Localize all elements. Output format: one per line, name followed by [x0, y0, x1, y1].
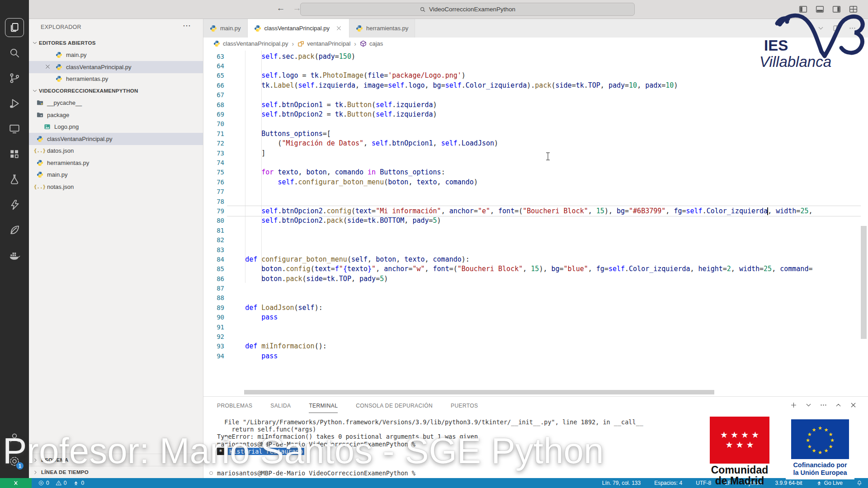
file-label: Logo.png	[54, 123, 79, 130]
svg-text:★: ★	[807, 432, 812, 437]
editor-code-area[interactable]: 63 self.sec.pack(pady=150)6465 self.logo…	[203, 50, 868, 396]
chevron-down-icon[interactable]	[805, 401, 812, 409]
explorer-item[interactable]: classVentanaPrincipal.py	[29, 61, 203, 73]
status-warning[interactable]: 0	[56, 480, 67, 486]
command-center-search[interactable]: VideoCorreccionExamenPython	[300, 3, 635, 16]
file-type-icon	[55, 75, 62, 83]
text-cursor	[767, 207, 768, 215]
search-icon[interactable]	[9, 47, 20, 59]
line-number: 88	[203, 294, 224, 301]
horizontal-scrollbar[interactable]	[244, 390, 714, 394]
line-number: 67	[203, 91, 224, 99]
line-number: 85	[203, 265, 224, 272]
comunidad-madrid-logo: ★★★★★★★ Comunidad de Madrid	[708, 417, 772, 486]
code-text: ]	[224, 149, 265, 157]
python-file-icon	[210, 25, 217, 32]
explorer-item[interactable]: main.py	[29, 169, 203, 181]
explorer-item[interactable]: __pycache__	[29, 97, 203, 109]
docker-icon[interactable]	[9, 249, 20, 261]
explorer-item[interactable]: herramientas.py	[29, 157, 203, 169]
code-line: 76 self.configurar_boton_menu(boton, tex…	[203, 177, 868, 187]
vertical-scrollbar[interactable]	[861, 226, 867, 339]
testing-icon[interactable]	[9, 174, 20, 185]
tab-label: main.py	[220, 25, 241, 32]
chevron-up-icon[interactable]	[835, 401, 842, 409]
explorer-item[interactable]: {..}datos.json	[29, 145, 203, 157]
status-tower[interactable]: 0	[73, 480, 84, 486]
panel-tab-consola-de-depuración[interactable]: CONSOLA DE DEPURACIÓN	[356, 398, 433, 413]
explorer-item[interactable]: Logo.png	[29, 121, 203, 133]
status-count: 0	[81, 480, 84, 486]
file-type-icon	[36, 99, 43, 107]
line-number: 91	[203, 324, 224, 331]
chevron-down-icon	[32, 88, 39, 94]
explorer-section-header[interactable]: VIDEOCORRECCIONEXAMENPYTHON	[29, 85, 203, 97]
explorer-sidebar: EXPLORADOR ⋯ EDITORES ABIERTOSmain.pycla…	[29, 19, 203, 478]
code-line: 83	[203, 245, 868, 254]
madrid-logo-text2: de Madrid	[708, 475, 772, 486]
code-line: 75 for texto, boton, comando in Buttons_…	[203, 168, 868, 177]
explorer-item[interactable]: {..}notas.json	[29, 181, 203, 193]
line-number: 90	[203, 314, 224, 321]
status-label: Lín. 79, col. 133	[602, 480, 641, 486]
thunder-icon[interactable]	[9, 199, 20, 211]
back-arrow-icon[interactable]: ←	[275, 3, 287, 13]
code-text: self.sec.pack(pady=150)	[224, 52, 355, 61]
explorer-item[interactable]: herramientas.py	[29, 73, 203, 85]
line-number: 74	[203, 159, 224, 166]
files-icon[interactable]	[9, 22, 20, 33]
activity-bar: 1	[0, 0, 29, 478]
line-number: 86	[203, 275, 224, 282]
run-debug-icon[interactable]	[9, 98, 20, 109]
close-icon[interactable]	[335, 25, 343, 32]
code-text: self.configurar_boton_menu(boton, texto,…	[224, 178, 478, 186]
breadcrumb-item[interactable]: ventanaPrincipal	[307, 40, 350, 47]
mouse-cursor-ibeam	[545, 152, 551, 161]
section-label: EDITORES ABIERTOS	[39, 40, 96, 46]
status-item[interactable]	[856, 480, 863, 486]
more-icon[interactable]	[820, 401, 827, 409]
tab-herramientas.py[interactable]: herramientas.py	[349, 19, 415, 38]
remote-explorer-icon[interactable]	[9, 123, 20, 135]
breadcrumb-item[interactable]: cajas	[369, 40, 383, 47]
code-text: self.btnOpcion2.config(text="Mi informac…	[224, 207, 812, 215]
code-line: 71 Buttons_options=[	[203, 129, 868, 138]
status-count: 0	[64, 480, 67, 486]
status-item[interactable]: 3.9.9 64-bit	[775, 480, 802, 486]
status-error[interactable]: 0	[38, 480, 49, 486]
line-number: 89	[203, 304, 224, 311]
close-icon[interactable]	[849, 401, 857, 409]
code-line: 81	[203, 225, 868, 235]
plus-icon[interactable]	[790, 401, 797, 409]
file-label: package	[47, 112, 69, 118]
line-number: 77	[203, 188, 224, 195]
file-label: __pycache__	[47, 99, 82, 106]
breadcrumb-item[interactable]: classVentanaPrincipal.py	[223, 40, 288, 47]
extensions-icon[interactable]	[9, 148, 20, 160]
remote-indicator[interactable]	[0, 478, 32, 488]
status-item[interactable]: Go Live	[816, 480, 843, 486]
explorer-item[interactable]: classVentanaPrincipal.py	[29, 133, 203, 145]
code-text: def configurar_boton_menu(self, boton, t…	[224, 255, 470, 263]
tab-classVentanaPrincipal.py[interactable]: classVentanaPrincipal.py	[248, 19, 350, 38]
explorer-item[interactable]: package	[29, 109, 203, 121]
tab-main.py[interactable]: main.py	[203, 19, 248, 38]
status-item[interactable]: Lín. 79, col. 133	[602, 480, 641, 486]
panel-tab-terminal[interactable]: TERMINAL	[309, 398, 338, 413]
madrid-logo-text1: Comunidad	[708, 465, 772, 475]
leaf-icon[interactable]	[9, 224, 20, 236]
panel-tab-problemas[interactable]: PROBLEMAS	[217, 398, 252, 413]
explorer-section-header[interactable]: EDITORES ABIERTOS	[29, 37, 203, 49]
tab-label: classVentanaPrincipal.py	[264, 25, 330, 32]
source-control-icon[interactable]	[9, 72, 20, 84]
line-number: 82	[203, 236, 224, 244]
explorer-item[interactable]: main.py	[29, 49, 203, 61]
status-item[interactable]: Espacios: 4	[654, 480, 682, 486]
panel-tab-salida[interactable]: SALIDA	[270, 398, 291, 413]
close-icon[interactable]	[44, 63, 52, 70]
code-line: 85 boton.config(text=f"{texto}", anchor=…	[203, 264, 868, 274]
panel-tab-puertos[interactable]: PUERTOS	[451, 398, 478, 413]
more-actions-icon[interactable]: ⋯	[183, 21, 191, 31]
code-line: 92	[203, 332, 868, 341]
line-number: 92	[203, 333, 224, 340]
